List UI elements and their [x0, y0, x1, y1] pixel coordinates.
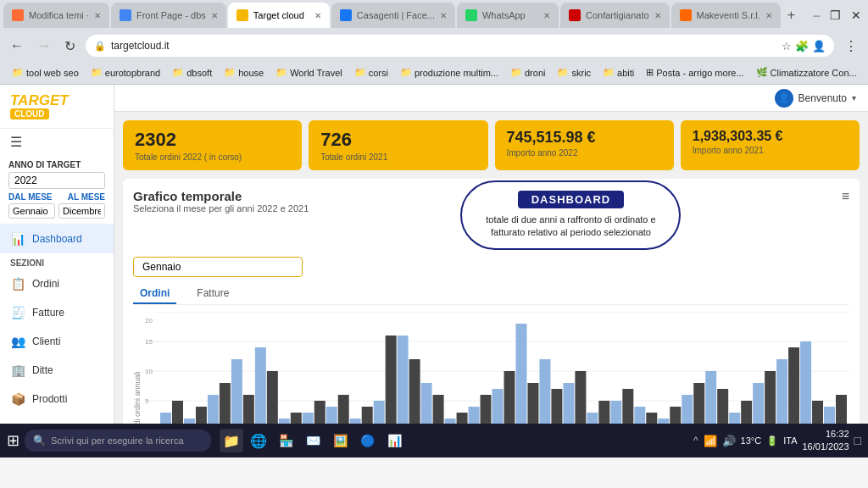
nav-section: 📊 Dashboard SEZIONI 📋 Ordini 🧾 Fatture 👥…	[0, 225, 114, 424]
stat-number-ordini2021: 726	[320, 129, 476, 151]
svg-rect-49	[527, 383, 538, 424]
bookmark-button[interactable]: ☆	[782, 40, 792, 53]
bookmark-worldtravel[interactable]: 📁 World Travel	[270, 65, 348, 80]
bookmark-label: droni	[525, 68, 545, 78]
stat-label-ordini2022: Totale ordini 2022 ( in corso)	[135, 152, 290, 162]
sidebar-item-ditte[interactable]: 🏢 Ditte	[0, 356, 114, 385]
taskbar-search-icon: 🔍	[33, 435, 46, 446]
svg-rect-73	[753, 383, 764, 424]
tab-frontpage[interactable]: Front Page - dbs ✕	[111, 3, 226, 28]
tab-close[interactable]: ✕	[543, 11, 550, 20]
ditte-icon: 🏢	[10, 363, 25, 378]
bookmark-produzione[interactable]: 📁 produzione multim...	[395, 65, 504, 80]
bookmark-altri[interactable]: 📁 Altri Preferiti	[864, 65, 868, 80]
stat-card-importo2021: 1,938,303.35 € Importo anno 2021	[681, 120, 860, 170]
folder-icon: 📁	[603, 67, 615, 78]
back-button[interactable]: ←	[7, 36, 27, 55]
chart-menu-icon[interactable]: ≡	[842, 189, 849, 204]
tab-targetcloud[interactable]: Target cloud ✕	[228, 3, 330, 28]
svg-rect-64	[670, 407, 681, 424]
bookmark-house[interactable]: 📁 house	[219, 65, 269, 80]
chart-area: 0 5 10 15 20 01/0101/0301/0501/0701/0901…	[145, 312, 849, 424]
new-tab-button[interactable]: +	[782, 8, 800, 23]
tab-ordini[interactable]: Ordini	[133, 284, 176, 304]
month-from-label: DAL MESE	[8, 192, 53, 202]
bookmark-corsi[interactable]: 📁 corsi	[349, 65, 393, 80]
bookmark-climatizzatore[interactable]: 🌿 Climatizzatore Con...	[751, 65, 862, 80]
svg-rect-26	[314, 401, 326, 424]
svg-rect-23	[279, 419, 290, 424]
profile-button[interactable]: 👤	[812, 40, 826, 53]
svg-rect-13	[184, 419, 195, 424]
svg-rect-29	[338, 395, 349, 424]
tab-close[interactable]: ✕	[654, 11, 661, 20]
start-button[interactable]: ⊞	[7, 431, 19, 450]
sidebar-item-ordini[interactable]: 📋 Ordini	[0, 269, 114, 298]
sidebar-item-fatture[interactable]: 🧾 Fatture	[0, 298, 114, 327]
bookmark-abiti[interactable]: 📁 abiti	[598, 65, 639, 80]
taskbar-app-photos[interactable]: 🖼️	[328, 429, 352, 452]
tab-close[interactable]: ✕	[211, 11, 218, 20]
taskbar-app-mail[interactable]: ✉️	[301, 429, 325, 452]
bookmark-droni[interactable]: 📁 droni	[505, 65, 550, 80]
tab-whatsapp[interactable]: WhatsApp ✕	[457, 3, 559, 28]
sidebar-item-clienti[interactable]: 👥 Clienti	[0, 327, 114, 356]
tab-casagenti[interactable]: Casagenti | Face... ✕	[331, 3, 455, 28]
tab-favicon	[120, 9, 131, 21]
bookmark-dbsoft[interactable]: 📁 dbsoft	[167, 65, 217, 80]
taskbar-app-excel[interactable]: 📊	[382, 429, 406, 452]
tab-makeventi[interactable]: Makeventi S.r.l. ✕	[671, 3, 781, 28]
bookmark-label: eurotopbrand	[105, 68, 160, 78]
tab-fatture[interactable]: Fatture	[190, 284, 236, 304]
taskbar-battery-icon[interactable]: 🔋	[766, 435, 778, 446]
taskbar-app-store[interactable]: 🏪	[274, 429, 298, 452]
reload-button[interactable]: ↻	[61, 36, 79, 56]
tab-close[interactable]: ✕	[314, 11, 321, 20]
extensions-button[interactable]: 🧩	[795, 40, 809, 53]
stat-label-ordini2021: Totale ordini 2021	[320, 152, 476, 162]
month-to-label: AL MESE	[68, 192, 105, 202]
taskbar-chevron-icon[interactable]: ^	[693, 435, 698, 446]
folder-icon: 📁	[354, 67, 366, 78]
taskbar-app-chrome[interactable]: 🔵	[355, 429, 379, 452]
welcome-chevron[interactable]: ▾	[852, 93, 856, 103]
taskbar-notification-button[interactable]: □	[854, 434, 861, 447]
bookmark-posta[interactable]: ⊞ Posta - arrigo more...	[641, 65, 748, 80]
taskbar-search[interactable]: 🔍 Scrivi qui per eseguire la ricerca	[25, 430, 211, 452]
bubble-title: DASHBOARD	[518, 191, 625, 208]
tab-modifica[interactable]: Modifica temi · ✕	[3, 3, 109, 28]
restore-button[interactable]: ❐	[826, 7, 844, 24]
forward-button[interactable]: →	[34, 36, 54, 55]
tab-close[interactable]: ✕	[765, 11, 772, 20]
bubble-text: totale di due anni a raffronto di ordina…	[479, 214, 662, 240]
sidebar-item-prodotti[interactable]: 📦 Prodotti	[0, 385, 114, 413]
bookmarks-bar: 📁 tool web seo 📁 eurotopbrand 📁 dbsoft 📁…	[0, 61, 868, 85]
month-to-input[interactable]	[58, 203, 105, 219]
sidebar-item-dashboard[interactable]: 📊 Dashboard	[0, 225, 114, 253]
bookmark-toolwebseo[interactable]: 📁 tool web seo	[7, 65, 84, 80]
tab-close[interactable]: ✕	[94, 11, 101, 20]
tab-confartigianato[interactable]: Confartigianato ✕	[560, 3, 670, 28]
tab-close[interactable]: ✕	[440, 11, 447, 20]
sidebar-label-dashboard: Dashboard	[32, 233, 82, 245]
bookmark-skric[interactable]: 📁 skric	[552, 65, 596, 80]
taskbar-app-edge[interactable]: 🌐	[247, 429, 270, 452]
minimize-button[interactable]: ⏤	[810, 7, 823, 24]
month-from-input[interactable]	[8, 203, 55, 219]
tab-title: Makeventi S.r.l.	[697, 10, 760, 20]
close-button[interactable]: ✕	[848, 7, 865, 24]
taskbar-network-icon[interactable]: 📶	[704, 435, 717, 447]
svg-rect-63	[658, 419, 669, 424]
fatture-icon: 🧾	[10, 305, 25, 320]
taskbar-sound-icon[interactable]: 🔊	[722, 435, 736, 447]
url-input[interactable]: 🔒 targetcloud.it ☆ 🧩 👤	[86, 35, 834, 57]
taskbar-app-explorer[interactable]: 📁	[220, 429, 243, 452]
month-filter-input[interactable]	[133, 257, 303, 277]
menu-toggle[interactable]: ☰	[0, 129, 114, 155]
settings-button[interactable]: ⋮	[841, 36, 861, 56]
month-inputs	[8, 203, 105, 219]
svg-rect-56	[598, 401, 609, 424]
bookmark-eurotopbrand[interactable]: 📁 eurotopbrand	[86, 65, 165, 80]
chart-tabs: Ordini Fatture	[133, 284, 849, 305]
year-input[interactable]	[8, 172, 105, 189]
